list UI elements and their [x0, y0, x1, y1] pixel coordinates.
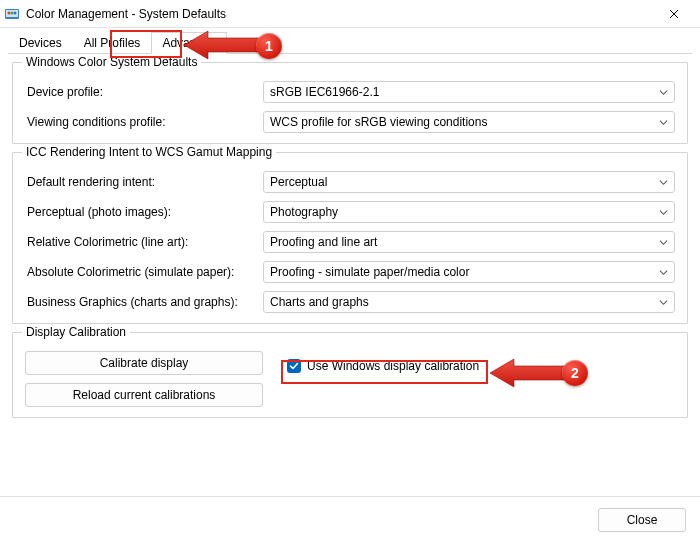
group-windows-color-system-defaults: Windows Color System Defaults Device pro…: [12, 62, 688, 144]
chevron-down-icon: [659, 118, 668, 127]
absolute-colorimetric-dropdown[interactable]: Proofing - simulate paper/media color: [263, 261, 675, 283]
dropdown-value: Photography: [270, 205, 659, 219]
annotation-arrow-1: [182, 30, 262, 60]
relative-colorimetric-label: Relative Colorimetric (line art):: [25, 235, 263, 249]
annotation-badge-2: 2: [562, 360, 588, 386]
business-graphics-label: Business Graphics (charts and graphs):: [25, 295, 263, 309]
svg-marker-6: [490, 359, 568, 387]
tab-bar: Devices All Profiles Advanced: [0, 28, 700, 54]
svg-point-4: [14, 11, 17, 14]
reload-calibrations-button[interactable]: Reload current calibrations: [25, 383, 263, 407]
svg-point-3: [11, 11, 14, 14]
dropdown-value: Perceptual: [270, 175, 659, 189]
dropdown-value: Proofing - simulate paper/media color: [270, 265, 659, 279]
relative-colorimetric-dropdown[interactable]: Proofing and line art: [263, 231, 675, 253]
chevron-down-icon: [659, 88, 668, 97]
app-icon: [4, 6, 20, 22]
device-profile-label: Device profile:: [25, 85, 263, 99]
window-close-button[interactable]: [652, 0, 696, 28]
annotation-badge-1: 1: [256, 33, 282, 59]
checkbox-checked-icon: [287, 359, 301, 373]
tab-all-profiles[interactable]: All Profiles: [73, 32, 152, 54]
annotation-arrow-2: [488, 358, 568, 388]
chevron-down-icon: [659, 238, 668, 247]
calibrate-display-button[interactable]: Calibrate display: [25, 351, 263, 375]
dropdown-value: WCS profile for sRGB viewing conditions: [270, 115, 659, 129]
group-icc-rendering-intent: ICC Rendering Intent to WCS Gamut Mappin…: [12, 152, 688, 324]
svg-marker-5: [184, 31, 262, 59]
chevron-down-icon: [659, 298, 668, 307]
window-title: Color Management - System Defaults: [26, 7, 226, 21]
business-graphics-dropdown[interactable]: Charts and graphs: [263, 291, 675, 313]
dropdown-value: Charts and graphs: [270, 295, 659, 309]
close-button[interactable]: Close: [598, 508, 686, 532]
tab-devices[interactable]: Devices: [8, 32, 73, 54]
checkbox-label: Use Windows display calibration: [307, 359, 479, 373]
dropdown-value: sRGB IEC61966-2.1: [270, 85, 659, 99]
group-title: Display Calibration: [22, 325, 130, 339]
chevron-down-icon: [659, 208, 668, 217]
svg-point-2: [8, 11, 11, 14]
perceptual-dropdown[interactable]: Photography: [263, 201, 675, 223]
chevron-down-icon: [659, 178, 668, 187]
viewing-conditions-dropdown[interactable]: WCS profile for sRGB viewing conditions: [263, 111, 675, 133]
use-windows-calibration-checkbox[interactable]: Use Windows display calibration: [281, 355, 485, 377]
viewing-conditions-label: Viewing conditions profile:: [25, 115, 263, 129]
absolute-colorimetric-label: Absolute Colorimetric (simulate paper):: [25, 265, 263, 279]
perceptual-label: Perceptual (photo images):: [25, 205, 263, 219]
device-profile-dropdown[interactable]: sRGB IEC61966-2.1: [263, 81, 675, 103]
tab-pane-advanced: Windows Color System Defaults Device pro…: [0, 54, 700, 438]
close-icon: [669, 9, 679, 19]
group-title: Windows Color System Defaults: [22, 55, 201, 69]
dialog-footer: Close: [0, 496, 700, 542]
titlebar: Color Management - System Defaults: [0, 0, 700, 28]
group-title: ICC Rendering Intent to WCS Gamut Mappin…: [22, 145, 276, 159]
default-rendering-intent-dropdown[interactable]: Perceptual: [263, 171, 675, 193]
default-rendering-intent-label: Default rendering intent:: [25, 175, 263, 189]
chevron-down-icon: [659, 268, 668, 277]
dropdown-value: Proofing and line art: [270, 235, 659, 249]
